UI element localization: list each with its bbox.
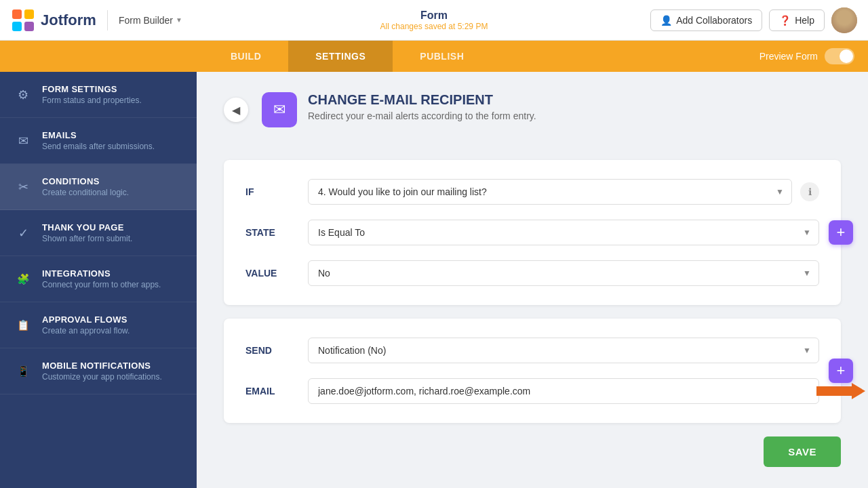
sidebar-desc-emails: Send emails after submissions. xyxy=(42,142,155,151)
add-collaborators-button[interactable]: 👤 Add Collaborators xyxy=(650,9,762,31)
toggle-knob xyxy=(840,49,853,63)
sidebar-title-mobile-notifications: MOBILE NOTIFICATIONS xyxy=(42,361,162,371)
action-card-wrapper: SEND Notification (No) ▼ EMAIL xyxy=(224,319,841,423)
condition-card: IF 4. Would you like to join our mailing… xyxy=(224,160,841,305)
sidebar-desc-approval-flows: Create an approval flow. xyxy=(42,326,130,336)
send-label: SEND xyxy=(245,345,300,356)
save-area: SAVE xyxy=(224,436,841,467)
send-select[interactable]: Notification (No) xyxy=(308,338,819,363)
back-button[interactable]: ◀ xyxy=(224,98,248,122)
add-condition-button[interactable]: + xyxy=(829,220,853,245)
person-icon: 👤 xyxy=(660,15,672,26)
sidebar-desc-mobile-notifications: Customize your app notifications. xyxy=(42,372,162,382)
svg-rect-2 xyxy=(12,22,22,31)
help-icon: ❓ xyxy=(779,15,791,26)
puzzle-icon: 🧩 xyxy=(14,270,33,289)
arrow-head-icon xyxy=(852,383,865,399)
svg-rect-3 xyxy=(24,22,34,31)
send-row: SEND Notification (No) ▼ xyxy=(245,338,819,363)
mobile-icon: 📱 xyxy=(14,362,33,381)
content-area: ◀ ✉ CHANGE E-MAIL RECIPIENT Redirect you… xyxy=(197,72,868,488)
value-label: VALUE xyxy=(245,268,300,279)
tab-publish[interactable]: PUBLISH xyxy=(393,41,491,72)
email-row: EMAIL xyxy=(245,378,819,404)
nav-tabs: BUILD SETTINGS PUBLISH Preview Form xyxy=(0,41,868,72)
preview-switch[interactable] xyxy=(825,48,854,64)
sidebar-title-conditions: CONDITIONS xyxy=(42,176,129,186)
header-divider xyxy=(107,10,108,30)
email-envelope-icon: ✉ xyxy=(273,101,285,119)
logo-text: Jotform xyxy=(41,12,96,29)
send-select-wrapper: Notification (No) ▼ xyxy=(308,338,819,363)
value-select[interactable]: No xyxy=(308,260,819,286)
form-title: Form xyxy=(380,9,488,22)
page-icon: ✉ xyxy=(262,92,297,127)
if-select-wrapper: 4. Would you like to join our mailing li… xyxy=(308,179,792,205)
user-avatar[interactable] xyxy=(831,7,857,33)
svg-rect-1 xyxy=(24,9,34,19)
gear-icon: ⚙ xyxy=(14,85,33,104)
if-row: IF 4. Would you like to join our mailing… xyxy=(245,179,819,205)
back-arrow-icon: ◀ xyxy=(232,104,240,117)
header-center: Form All changes saved at 5:29 PM xyxy=(380,9,488,31)
sidebar-item-approval-flows[interactable]: 📋 APPROVAL FLOWS Create an approval flow… xyxy=(0,302,197,348)
sidebar-item-mobile-notifications[interactable]: 📱 MOBILE NOTIFICATIONS Customize your ap… xyxy=(0,348,197,394)
sidebar-desc-conditions: Create conditional logic. xyxy=(42,188,129,197)
sidebar-item-emails[interactable]: ✉ EMAILS Send emails after submissions. xyxy=(0,118,197,164)
state-select[interactable]: Is Equal To xyxy=(308,220,819,245)
tab-build[interactable]: BUILD xyxy=(203,41,288,72)
avatar-image xyxy=(831,7,857,33)
help-label: Help xyxy=(795,15,814,26)
logo[interactable]: Jotform xyxy=(11,8,96,33)
sidebar-item-integrations[interactable]: 🧩 INTEGRATIONS Connect your form to othe… xyxy=(0,256,197,302)
email-icon: ✉ xyxy=(14,131,33,150)
header: Jotform Form Builder ▼ Form All changes … xyxy=(0,0,868,41)
condition-card-wrapper: IF 4. Would you like to join our mailing… xyxy=(224,160,841,305)
approval-icon: 📋 xyxy=(14,316,33,335)
state-label: STATE xyxy=(245,227,300,238)
form-builder-button[interactable]: Form Builder ▼ xyxy=(119,15,182,26)
preview-label: Preview Form xyxy=(760,51,818,62)
sidebar-title-emails: EMAILS xyxy=(42,130,155,140)
scissors-icon: ✂ xyxy=(14,178,33,197)
page-header-row: ◀ ✉ CHANGE E-MAIL RECIPIENT Redirect you… xyxy=(224,92,841,144)
add-action-button[interactable]: + xyxy=(829,359,853,383)
state-select-wrapper: Is Equal To ▼ xyxy=(308,220,819,245)
chevron-down-icon: ▼ xyxy=(176,16,182,24)
value-row: VALUE No ▼ xyxy=(245,260,819,286)
add-collaborators-label: Add Collaborators xyxy=(676,15,752,26)
if-select[interactable]: 4. Would you like to join our mailing li… xyxy=(308,179,792,205)
save-button[interactable]: SAVE xyxy=(764,436,841,467)
preview-toggle: Preview Form xyxy=(760,48,854,64)
sidebar-item-thank-you[interactable]: ✓ THANK YOU PAGE Shown after form submit… xyxy=(0,210,197,256)
action-card: SEND Notification (No) ▼ EMAIL xyxy=(224,319,841,423)
sidebar-title-integrations: INTEGRATIONS xyxy=(42,268,161,279)
page-header: ✉ CHANGE E-MAIL RECIPIENT Redirect your … xyxy=(262,92,536,127)
sidebar-desc-integrations: Connect your form to other apps. xyxy=(42,280,161,289)
email-input[interactable] xyxy=(308,378,819,404)
form-builder-label: Form Builder xyxy=(119,15,173,26)
sidebar-title-approval-flows: APPROVAL FLOWS xyxy=(42,314,130,325)
svg-rect-0 xyxy=(12,9,22,19)
sidebar-title-thank-you: THANK YOU PAGE xyxy=(42,222,132,232)
logo-icon xyxy=(11,8,35,33)
arrow-body xyxy=(816,386,852,396)
email-label: EMAIL xyxy=(245,386,300,396)
header-right: 👤 Add Collaborators ❓ Help xyxy=(650,7,857,33)
if-label: IF xyxy=(245,186,300,197)
page-subtitle: Redirect your e-mail alerts according to… xyxy=(308,110,536,121)
sidebar-title-form-settings: FORM SETTINGS xyxy=(42,84,142,94)
help-button[interactable]: ❓ Help xyxy=(769,9,825,31)
info-icon[interactable]: ℹ xyxy=(800,182,819,201)
sidebar: ⚙ FORM SETTINGS Form status and properti… xyxy=(0,72,197,488)
checkmark-icon: ✓ xyxy=(14,224,33,243)
state-row: STATE Is Equal To ▼ xyxy=(245,220,819,245)
tab-settings[interactable]: SETTINGS xyxy=(288,41,393,72)
header-left: Jotform Form Builder ▼ xyxy=(11,8,182,33)
main-layout: ⚙ FORM SETTINGS Form status and properti… xyxy=(0,72,868,488)
sidebar-desc-form-settings: Form status and properties. xyxy=(42,96,142,105)
arrow-indicator xyxy=(816,383,865,399)
sidebar-item-form-settings[interactable]: ⚙ FORM SETTINGS Form status and properti… xyxy=(0,72,197,118)
sidebar-item-conditions[interactable]: ✂ CONDITIONS Create conditional logic. xyxy=(0,164,197,210)
sidebar-desc-thank-you: Shown after form submit. xyxy=(42,234,132,243)
